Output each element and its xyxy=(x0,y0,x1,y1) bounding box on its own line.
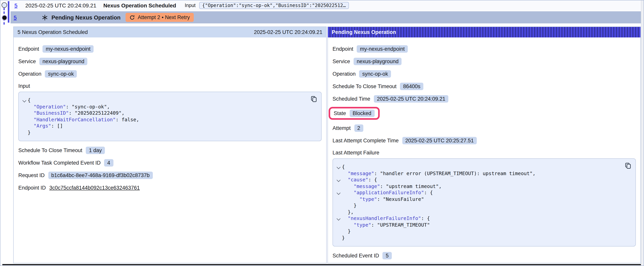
field-label: Operation xyxy=(332,71,356,77)
field-label: Request ID xyxy=(18,172,45,178)
field-value-badge: 1 day xyxy=(86,146,105,154)
field-label: Scheduled Time xyxy=(332,96,370,102)
field-label: Schedule To Close Timeout xyxy=(18,147,82,153)
json-line: "Operation": "sync-op-ok", xyxy=(21,104,308,110)
field-value-badge: nexus-playground xyxy=(39,58,88,65)
field-row-attempt: Attempt2 xyxy=(332,124,636,132)
field-label: Endpoint xyxy=(332,46,354,52)
scheduled-event-panel: 5 Nexus Operation Scheduled 2025-02-25 U… xyxy=(13,27,327,263)
copy-button[interactable] xyxy=(624,162,632,170)
json-line-text: "message": "handler error (UPSTREAM_TIME… xyxy=(342,170,536,177)
json-line-text: { xyxy=(342,164,345,170)
field-value-badge: my-nexus-endpoint xyxy=(43,45,94,53)
field-value-link[interactable]: 3c0c75ccfa8144b092c13ce632463761 xyxy=(49,185,140,190)
json-line-gutter xyxy=(335,170,342,177)
field-label: Attempt xyxy=(332,125,351,131)
json-line-text: "message": "upstream timeout", xyxy=(342,183,442,190)
collapse-chevron-icon[interactable] xyxy=(335,177,342,183)
selected-range-indicator xyxy=(8,1,9,23)
field-label: Operation xyxy=(18,71,42,77)
field-row-scheduled-event-id: Scheduled Event ID5 xyxy=(332,251,636,260)
event-id-link[interactable]: 5 xyxy=(14,2,19,9)
json-line-gutter xyxy=(335,235,342,241)
pending-panel-header: Pending Nexus Operation xyxy=(328,27,640,38)
json-line-gutter xyxy=(335,222,342,228)
event-row-scheduled[interactable]: 5 2025-02-25 UTC 20:24:09.21 Nexus Opera… xyxy=(10,1,641,11)
field-value-badge: my-nexus-endpoint xyxy=(357,45,408,53)
field-label: Service xyxy=(18,58,36,64)
bottom-divider xyxy=(2,264,641,265)
json-line-text: "cause": { xyxy=(342,177,377,183)
state-highlight-box: StateBlocked xyxy=(329,107,380,120)
field-value-badge: sync-op-ok xyxy=(45,70,77,77)
json-line: } xyxy=(335,228,622,235)
event-marker-filled-icon xyxy=(1,15,7,21)
json-line-gutter xyxy=(335,209,342,215)
input-section-label: Input xyxy=(18,83,322,89)
json-line: "applicationFailureInfo": { xyxy=(335,190,622,196)
retry-attempt-badge[interactable]: Attempt 2 • Next Retry xyxy=(126,13,194,22)
collapse-chevron-icon[interactable] xyxy=(335,164,342,170)
json-line-gutter xyxy=(21,116,28,123)
event-input-preview-badge[interactable]: {"Operation":"sync-op-ok","BusinessID":"… xyxy=(199,2,349,9)
json-line-gutter xyxy=(21,104,28,110)
field-row-schedule-to-close-timeout: Schedule To Close Timeout86400s xyxy=(332,82,636,91)
field-row-workflow-task-completed-event-id: Workflow Task Completed Event ID4 xyxy=(18,158,322,167)
field-row-schedule-to-close-timeout: Schedule To Close Timeout1 day xyxy=(18,146,322,154)
pending-operation-title: Pending Nexus Operation xyxy=(52,14,121,21)
json-line: } xyxy=(335,202,622,209)
json-line-text: } xyxy=(28,129,30,136)
json-line-text: "Operation": "sync-op-ok", xyxy=(28,104,110,110)
json-line: "nexusHandlerFailureInfo": { xyxy=(335,215,622,222)
field-value-badge: 86400s xyxy=(400,83,424,90)
json-line-text: "BusinessID": "20250225122409", xyxy=(28,110,124,116)
failure-json-viewer: { "message": "handler error (UPSTREAM_TI… xyxy=(332,158,636,246)
field-row-request-id: Request IDb1c6a4bc-8ee7-468a-9169-df3b02… xyxy=(18,171,322,179)
event-id-link[interactable]: 5 xyxy=(14,14,18,21)
collapse-chevron-icon[interactable] xyxy=(335,190,342,196)
retry-badge-label: Attempt 2 • Next Retry xyxy=(138,15,190,20)
scrollbar-track[interactable] xyxy=(641,1,644,265)
field-label: Service xyxy=(332,58,350,64)
event-detail-panels: 5 Nexus Operation Scheduled 2025-02-25 U… xyxy=(13,27,641,263)
pending-operation-row[interactable]: 5 Pending Nexus Operation Attempt 2 • Ne… xyxy=(10,11,641,24)
field-row-operation: Operationsync-op-ok xyxy=(332,69,636,78)
json-line-text: "Args": [] xyxy=(28,123,63,129)
field-label: Endpoint ID xyxy=(18,185,46,190)
pending-operation-panel: Pending Nexus Operation Endpointmy-nexus… xyxy=(328,27,641,263)
field-label: State xyxy=(334,110,346,116)
panel-title: 5 Nexus Operation Scheduled xyxy=(18,29,88,35)
json-line: "Args": [] xyxy=(21,123,308,129)
json-line-text: "applicationFailureInfo": { xyxy=(342,190,433,196)
failure-section-label: Last Attempt Failure xyxy=(332,150,636,156)
json-line: "HandlerWaitForCancellation": false, xyxy=(21,116,308,123)
field-value-badge: 2025-02-25 UTC 20:24:09.21 xyxy=(374,95,448,102)
field-label: Endpoint xyxy=(18,46,39,52)
json-line: } xyxy=(335,235,622,241)
json-line: "type": "NexusFailure" xyxy=(335,196,622,202)
field-value-badge: Blocked xyxy=(350,110,374,117)
event-input-label: Input xyxy=(185,3,196,8)
field-value-badge: sync-op-ok xyxy=(359,70,391,77)
field-label: Last Attempt Complete Time xyxy=(332,137,398,143)
collapse-chevron-icon[interactable] xyxy=(335,215,342,222)
panel-title: Pending Nexus Operation xyxy=(332,29,396,35)
field-value-badge: 2 xyxy=(354,124,363,132)
copy-button[interactable] xyxy=(310,96,318,103)
field-row-endpoint: Endpointmy-nexus-endpoint xyxy=(18,45,322,53)
field-label: Scheduled Event ID xyxy=(332,252,379,258)
pending-panel-body: Endpointmy-nexus-endpointServicenexus-pl… xyxy=(328,38,640,263)
json-line-gutter xyxy=(21,110,28,116)
collapse-chevron-icon[interactable] xyxy=(21,97,28,104)
json-line: "BusinessID": "20250225122409", xyxy=(21,110,308,116)
scheduled-panel-header: 5 Nexus Operation Scheduled 2025-02-25 U… xyxy=(14,27,326,38)
json-line: { xyxy=(21,97,308,104)
json-line: "cause": { xyxy=(335,177,622,183)
asterisk-icon xyxy=(42,14,48,21)
json-line-text: "type": "UPSTREAM_TIMEOUT" xyxy=(342,222,430,228)
field-label: Schedule To Close Timeout xyxy=(332,83,396,89)
field-row-endpoint-id: Endpoint ID3c0c75ccfa8144b092c13ce632463… xyxy=(18,183,322,192)
scheduled-panel-body: Endpointmy-nexus-endpointServicenexus-pl… xyxy=(14,38,326,200)
json-line-text: "nexusHandlerFailureInfo": { xyxy=(342,215,430,222)
field-row-operation: Operationsync-op-ok xyxy=(18,69,322,78)
